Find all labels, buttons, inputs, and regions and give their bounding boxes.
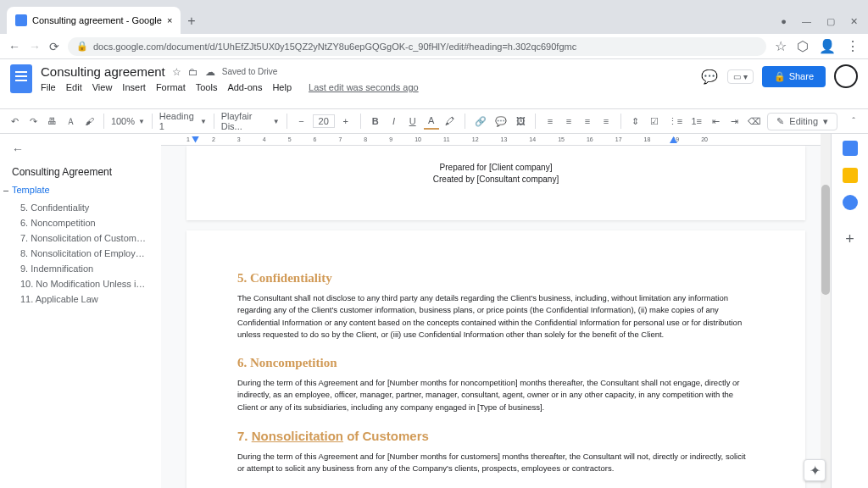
circle-icon[interactable]: ●	[781, 16, 787, 27]
created-by-text[interactable]: Created by [Consultant company]	[237, 175, 754, 184]
heading-7[interactable]: 7. Nonsolicitation of Customers	[237, 429, 754, 444]
docs-logo-icon[interactable]	[10, 64, 32, 93]
align-justify-button[interactable]: ≡	[598, 114, 614, 129]
menu-file[interactable]: File	[41, 82, 56, 92]
document-area: 1234567 891011121314 151617181920 Prepar…	[161, 134, 831, 488]
tasks-icon[interactable]	[843, 195, 858, 210]
star-doc-icon[interactable]: ☆	[172, 66, 181, 78]
ruler-marker-left[interactable]	[192, 136, 199, 143]
profile-icon[interactable]: 👤	[819, 38, 836, 54]
docs-favicon-icon	[15, 14, 27, 26]
link-button[interactable]: 🔗	[472, 114, 489, 130]
style-select[interactable]: Heading 1	[159, 111, 197, 131]
last-edit-link[interactable]: Last edit was seconds ago	[309, 82, 419, 92]
keep-icon[interactable]	[843, 168, 858, 183]
outline-item[interactable]: 11. Applicable Law	[12, 291, 149, 307]
horizontal-ruler[interactable]: 1234567 891011121314 151617181920	[161, 134, 831, 146]
align-center-button[interactable]: ≡	[561, 114, 576, 129]
outline-item[interactable]: 9. Indemnification	[12, 261, 149, 276]
print-button[interactable]: 🖶	[44, 114, 59, 129]
numbered-list-button[interactable]: 1≡	[688, 114, 704, 129]
add-addon-icon[interactable]: +	[845, 230, 854, 248]
highlight-button[interactable]: 🖍	[442, 114, 458, 129]
menu-tools[interactable]: Tools	[196, 82, 218, 92]
menu-addons[interactable]: Add-ons	[227, 82, 262, 92]
decrease-indent-button[interactable]: ⇤	[708, 114, 723, 130]
star-icon[interactable]: ☆	[775, 38, 787, 54]
comment-button[interactable]: 💬	[492, 114, 509, 130]
calendar-icon[interactable]	[843, 141, 858, 156]
outline-item[interactable]: 8. Nonsolicitation of Employees	[12, 246, 149, 261]
document-page[interactable]: 5. Confidentiality The Consultant shall …	[186, 230, 805, 488]
comments-icon[interactable]: 💬	[700, 67, 719, 86]
lock-icon: 🔒	[76, 41, 88, 52]
section-7-body[interactable]: During the term of this Agreement and fo…	[237, 451, 754, 475]
align-left-button[interactable]: ≡	[542, 114, 558, 129]
section-6-body[interactable]: During the term of this Agreement and fo…	[237, 377, 754, 413]
menu-view[interactable]: View	[92, 82, 113, 92]
main-area: ← Consulting Agreement Template 5. Confi…	[0, 134, 868, 488]
reload-button[interactable]: ⟳	[49, 40, 59, 53]
outline-back-button[interactable]: ←	[12, 142, 149, 156]
minimize-icon[interactable]: —	[802, 16, 811, 27]
close-window-icon[interactable]: ✕	[850, 16, 858, 27]
text-color-button[interactable]: A	[424, 113, 439, 130]
mode-button[interactable]: Editing ▾	[767, 113, 837, 130]
collapse-toolbar-button[interactable]: ˆ	[846, 114, 861, 129]
line-spacing-button[interactable]: ⇕	[628, 114, 643, 130]
present-button[interactable]: ▭ ▾	[727, 69, 754, 84]
share-button[interactable]: 🔒 Share	[762, 66, 826, 87]
menu-bar: File Edit View Insert Format Tools Add-o…	[41, 82, 700, 92]
section-5-body[interactable]: The Consultant shall not disclose to any…	[237, 292, 754, 341]
prepared-for-text[interactable]: Prepared for [Client company]	[237, 163, 754, 172]
align-right-button[interactable]: ≡	[580, 114, 595, 129]
zoom-select[interactable]: 100%	[111, 116, 135, 126]
menu-insert[interactable]: Insert	[122, 82, 146, 92]
close-tab-icon[interactable]: ×	[167, 15, 172, 25]
page-scroll-container[interactable]: Prepared for [Client company] Created by…	[161, 146, 831, 488]
extension-icon[interactable]: ⬡	[797, 38, 809, 54]
account-avatar[interactable]	[834, 64, 858, 88]
move-icon[interactable]: 🗀	[188, 66, 198, 78]
increase-font-button[interactable]: +	[338, 114, 353, 129]
redo-button[interactable]: ↷	[25, 114, 41, 130]
forward-button[interactable]: →	[29, 40, 41, 53]
outline-item[interactable]: 5. Confidentiality	[12, 200, 149, 215]
menu-format[interactable]: Format	[156, 82, 186, 92]
more-icon[interactable]: ⋮	[846, 38, 860, 54]
outline-item[interactable]: 6. Noncompetition	[12, 215, 149, 230]
address-bar[interactable]: 🔒 docs.google.com/document/d/1UhEfZJt5UX…	[68, 37, 766, 56]
url-bar: ← → ⟳ 🔒 docs.google.com/document/d/1UhEf…	[0, 34, 868, 59]
undo-button[interactable]: ↶	[7, 114, 22, 130]
new-tab-button[interactable]: +	[187, 14, 195, 34]
font-select[interactable]: Playfair Dis...	[221, 111, 270, 131]
bullet-list-button[interactable]: ⋮≡	[665, 114, 685, 130]
scrollbar-thumb[interactable]	[821, 185, 830, 295]
outline-item[interactable]: 10. No Modification Unless in W..	[12, 276, 149, 291]
font-size-input[interactable]: 20	[313, 114, 335, 128]
clear-format-button[interactable]: ⌫	[745, 114, 764, 130]
spellcheck-button[interactable]: Ａ	[63, 113, 78, 130]
explore-button[interactable]: ✦	[804, 459, 826, 481]
italic-button[interactable]: I	[387, 114, 402, 129]
menu-help[interactable]: Help	[272, 82, 292, 92]
checklist-button[interactable]: ☑	[647, 114, 662, 130]
cloud-icon: ☁	[205, 66, 215, 78]
back-button[interactable]: ←	[8, 40, 20, 53]
menu-edit[interactable]: Edit	[66, 82, 82, 92]
increase-indent-button[interactable]: ⇥	[726, 114, 742, 130]
underline-button[interactable]: U	[405, 114, 420, 129]
heading-5[interactable]: 5. Confidentiality	[237, 271, 754, 286]
maximize-icon[interactable]: ▢	[826, 16, 835, 27]
outline-template[interactable]: Template	[12, 185, 149, 195]
paint-format-button[interactable]: 🖌	[81, 114, 97, 129]
scrollbar-track[interactable]	[821, 134, 831, 488]
outline-panel: ← Consulting Agreement Template 5. Confi…	[0, 134, 161, 488]
decrease-font-button[interactable]: −	[294, 114, 309, 129]
bold-button[interactable]: B	[368, 114, 383, 129]
image-button[interactable]: 🖼	[513, 114, 528, 129]
outline-item[interactable]: 7. Nonsolicitation of Customers	[12, 230, 149, 246]
heading-6[interactable]: 6. Noncompetition	[237, 356, 754, 370]
browser-tab[interactable]: Consulting agreement - Google ×	[7, 7, 181, 34]
document-title[interactable]: Consulting agreement	[41, 64, 165, 79]
